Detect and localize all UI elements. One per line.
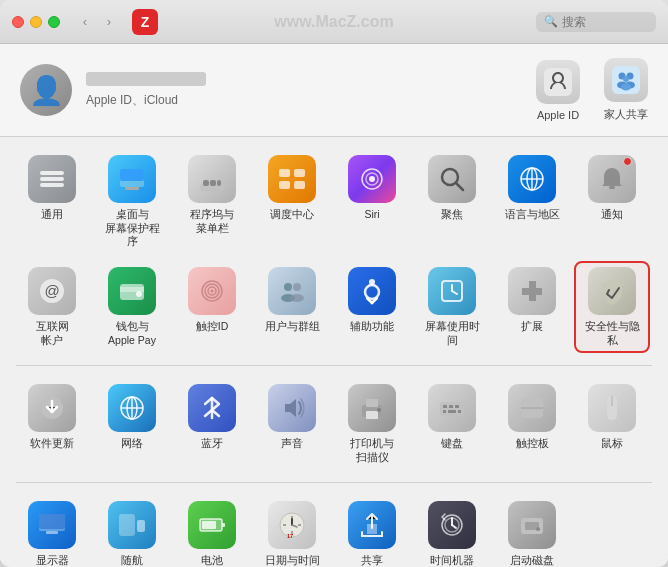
svg-rect-79 [202,521,216,529]
profile-section: 👤 Apple ID、iCloud Apple ID [0,44,668,137]
svg-rect-78 [222,523,225,527]
mission-label: 调度中心 [270,208,314,222]
profile-name [86,72,206,86]
main-window: ‹ › Z www.MacZ.com 🔍 👤 Apple ID、iCloud [0,0,668,567]
minimize-button[interactable] [30,16,42,28]
pref-notif[interactable]: 通知 [576,151,648,253]
pref-security[interactable]: 安全性与隐私 [576,263,648,351]
users-label: 用户与群组 [265,320,320,334]
pref-sound[interactable]: 声音 [256,380,328,468]
pref-screentime[interactable]: 屏幕使用时间 [416,263,488,351]
timemachine-label: 时间机器 [430,554,474,567]
prefs-row-3: 软件更新 网络 蓝牙 [16,380,652,468]
main-content: 通用 桌面与屏幕保护程序 程序坞与菜单栏 [0,137,668,567]
svg-line-26 [456,183,463,190]
general-label: 通用 [41,208,63,222]
appleid-icon [536,60,580,104]
svg-rect-9 [40,171,64,175]
pref-mission[interactable]: 调度中心 [256,151,328,253]
svg-rect-73 [39,514,65,529]
search-box[interactable]: 🔍 [536,12,656,32]
sharing-icon [348,501,396,549]
pref-software[interactable]: 软件更新 [16,380,88,468]
timemachine-icon [428,501,476,549]
svg-rect-13 [125,187,139,190]
familysharing-icon [604,58,648,102]
pref-timemachine[interactable]: 时间机器 [416,497,488,567]
pref-users[interactable]: 用户与群组 [256,263,328,351]
security-label: 安全性与隐私 [580,320,644,347]
search-input[interactable] [562,15,642,29]
pref-sharing[interactable]: 共享 [336,497,408,567]
svg-rect-74 [46,531,58,534]
notif-label: 通知 [601,208,623,222]
maximize-button[interactable] [48,16,60,28]
battery-label: 电池 [201,554,223,567]
svg-point-43 [293,283,301,291]
svg-point-61 [377,408,381,412]
siri-label: Siri [364,208,379,222]
watermark: www.MacZ.com [274,13,393,31]
appleid-label: Apple ID [537,109,579,121]
svg-rect-12 [120,169,144,181]
svg-point-44 [290,294,304,302]
pref-spotlight[interactable]: 聚焦 [416,151,488,253]
desktop-label: 桌面与屏幕保护程序 [100,208,164,249]
pref-ext[interactable]: 扩展 [496,263,568,351]
forward-button[interactable]: › [98,11,120,33]
pref-bt[interactable]: 蓝牙 [176,380,248,468]
pref-trackpad[interactable]: 触控板 [496,380,568,468]
app-icon: Z [132,9,158,35]
pref-language[interactable]: 语言与地区 [496,151,568,253]
pref-display[interactable]: 显示器 [16,497,88,567]
pref-general[interactable]: 通用 [16,151,88,253]
svg-rect-17 [217,180,221,186]
keyboard-label: 键盘 [441,437,463,451]
pref-wallet[interactable]: 钱包与Apple Pay [96,263,168,351]
software-label: 软件更新 [30,437,74,451]
pref-desktop[interactable]: 桌面与屏幕保护程序 [96,151,168,253]
avatar-icon: 👤 [29,74,64,107]
pref-keyboard[interactable]: 键盘 [416,380,488,468]
close-button[interactable] [12,16,24,28]
dock-label: 程序坞与菜单栏 [190,208,234,235]
pref-datetime[interactable]: 17 日期与时间 [256,497,328,567]
wallet-label: 钱包与Apple Pay [108,320,156,347]
ext-label: 扩展 [521,320,543,334]
pref-handoff[interactable]: 随航 [96,497,168,567]
svg-point-95 [536,527,540,531]
avatar[interactable]: 👤 [20,64,72,116]
desktop-icon [108,155,156,203]
access-label: 辅助功能 [350,320,394,334]
svg-point-24 [369,176,375,182]
notif-icon [588,155,636,203]
pref-internet[interactable]: @ 互联网帐户 [16,263,88,351]
wallet-icon [108,267,156,315]
familysharing-action[interactable]: 家人共享 [604,58,648,122]
appleid-action[interactable]: Apple ID [536,60,580,121]
pref-touch[interactable]: 触控ID [176,263,248,351]
back-button[interactable]: ‹ [74,11,96,33]
language-label: 语言与地区 [505,208,560,222]
search-icon: 🔍 [544,15,558,28]
prefs-row-1: 通用 桌面与屏幕保护程序 程序坞与菜单栏 [16,151,652,253]
pref-print[interactable]: 打印机与扫描仪 [336,380,408,468]
profile-actions: Apple ID 家人共享 [536,58,648,122]
dock-icon [188,155,236,203]
svg-point-41 [284,283,292,291]
nav-buttons: ‹ › [74,11,120,33]
spotlight-label: 聚焦 [441,208,463,222]
network-icon [108,384,156,432]
pref-network[interactable]: 网络 [96,380,168,468]
pref-siri[interactable]: Siri [336,151,408,253]
svg-rect-65 [455,405,459,408]
pref-startup[interactable]: 启动磁盘 [496,497,568,567]
pref-mouse[interactable]: 鼠标 [576,380,648,468]
pref-battery[interactable]: 电池 [176,497,248,567]
svg-point-40 [211,289,214,292]
svg-line-51 [452,291,457,294]
pref-access[interactable]: 辅助功能 [336,263,408,351]
svg-rect-60 [366,411,378,419]
pref-dock[interactable]: 程序坞与菜单栏 [176,151,248,253]
divider-2 [16,482,652,483]
